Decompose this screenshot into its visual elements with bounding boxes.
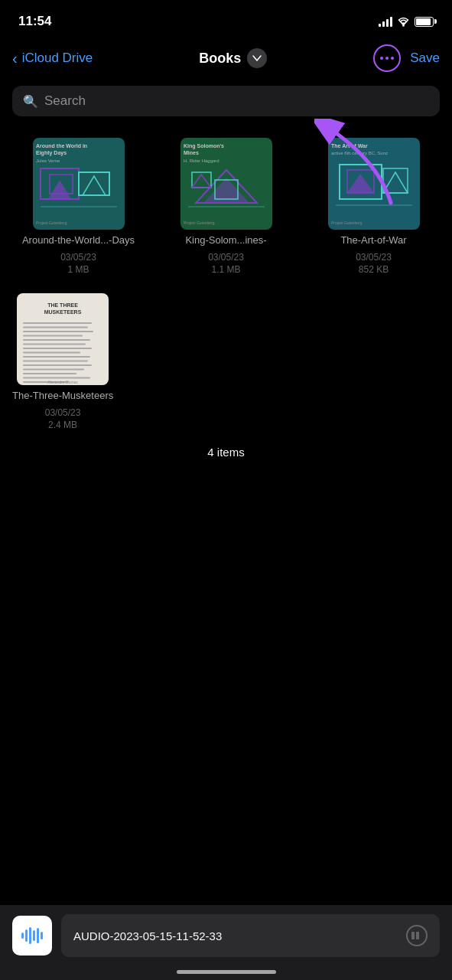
svg-point-2 — [385, 57, 389, 60]
title-dropdown-button[interactable] — [247, 48, 267, 68]
svg-rect-41 — [23, 326, 88, 328]
svg-point-0 — [402, 24, 405, 27]
wifi-icon — [397, 17, 410, 27]
file-thumbnail-tm: THE THREE MUSKETEERS Alexandre Dumas — [17, 293, 109, 385]
files-single-row: THE THREE MUSKETEERS Alexandre Dumas The… — [0, 293, 452, 430]
file-item-tm[interactable]: THE THREE MUSKETEERS Alexandre Dumas The… — [12, 293, 113, 430]
svg-rect-42 — [23, 331, 93, 332]
search-bar[interactable]: 🔍 Search — [12, 86, 440, 116]
svg-text:Alexandre Dumas: Alexandre Dumas — [47, 380, 78, 384]
svg-text:The Art of War: The Art of War — [331, 143, 368, 149]
search-container: 🔍 Search — [0, 81, 452, 126]
ellipsis-icon — [380, 57, 394, 60]
svg-text:active 6th century BC, Sunz: active 6th century BC, Sunz — [331, 151, 388, 155]
file-date-ks: 03/05/23 — [208, 252, 244, 263]
nav-title-text: Books — [199, 51, 241, 67]
file-thumbnail-atw: Around the World in Eighty Days Jules Ve… — [33, 138, 125, 230]
file-name-tm: The-Three-Musketeers — [12, 390, 113, 403]
audio-waveform-icon — [21, 926, 43, 945]
audio-play-button[interactable] — [406, 925, 428, 946]
file-size-atw: 1 MB — [67, 264, 89, 275]
nav-title: Books — [199, 48, 267, 68]
svg-text:Around the World in: Around the World in — [36, 143, 87, 149]
svg-rect-45 — [23, 343, 86, 345]
svg-point-1 — [380, 57, 383, 60]
home-indicator — [177, 970, 276, 974]
file-thumbnail-ks: King Solomon's Mines H. Rider Haggard Pr… — [180, 138, 272, 230]
svg-text:THE THREE: THE THREE — [47, 302, 78, 308]
svg-rect-50 — [23, 364, 92, 366]
svg-point-3 — [391, 57, 394, 60]
file-name-aow: The-Art-of-War — [340, 234, 406, 247]
play-icon — [411, 932, 422, 939]
back-label: iCloud Drive — [22, 51, 93, 66]
file-date-tm: 03/05/23 — [45, 407, 81, 418]
audio-filename-bar[interactable]: AUDIO-2023-05-15-11-52-33 — [61, 914, 440, 957]
svg-rect-44 — [23, 339, 90, 341]
search-placeholder: Search — [44, 93, 86, 109]
svg-text:MUSKETEERS: MUSKETEERS — [44, 309, 82, 315]
file-item-aow[interactable]: The Art of War active 6th century BC, Su… — [307, 138, 440, 275]
nav-bar: ‹ iCloud Drive Books Save — [0, 38, 452, 81]
status-icons — [379, 16, 434, 27]
svg-rect-53 — [23, 377, 90, 378]
audio-thumbnail — [12, 916, 52, 956]
svg-rect-51 — [23, 368, 84, 370]
search-icon: 🔍 — [23, 94, 38, 109]
svg-rect-43 — [23, 335, 83, 336]
status-bar: 11:54 — [0, 0, 452, 38]
svg-rect-46 — [23, 348, 92, 349]
svg-text:King Solomon's: King Solomon's — [184, 143, 224, 149]
svg-text:Eighty Days: Eighty Days — [36, 150, 67, 156]
more-button[interactable] — [373, 44, 401, 72]
file-date-atw: 03/05/23 — [60, 252, 96, 263]
file-size-ks: 1.1 MB — [211, 264, 240, 275]
file-name-atw: Around-the-World...-Days — [22, 234, 135, 247]
status-time: 11:54 — [18, 14, 51, 29]
file-size-tm: 2.4 MB — [48, 420, 77, 430]
audio-filename-text: AUDIO-2023-05-15-11-52-33 — [73, 929, 222, 942]
file-date-aow: 03/05/23 — [356, 252, 392, 263]
file-size-aow: 852 KB — [359, 264, 389, 275]
svg-text:Mines: Mines — [184, 150, 199, 155]
svg-rect-49 — [23, 360, 88, 361]
svg-text:Project Gutenberg: Project Gutenberg — [184, 220, 215, 225]
back-button[interactable]: ‹ iCloud Drive — [12, 50, 93, 67]
svg-rect-40 — [23, 322, 92, 324]
files-grid: Around the World in Eighty Days Jules Ve… — [0, 126, 452, 287]
svg-rect-56 — [411, 932, 415, 939]
svg-rect-47 — [23, 351, 80, 353]
back-chevron-icon: ‹ — [12, 50, 18, 67]
svg-text:H. Rider Haggard: H. Rider Haggard — [184, 158, 219, 163]
file-name-ks: King-Solom...ines- — [185, 234, 266, 247]
svg-text:Project Gutenberg: Project Gutenberg — [331, 220, 363, 225]
svg-rect-57 — [416, 932, 419, 939]
nav-actions: Save — [373, 44, 440, 72]
audio-bar: AUDIO-2023-05-15-11-52-33 — [0, 905, 452, 980]
file-item-atw[interactable]: Around the World in Eighty Days Jules Ve… — [12, 138, 145, 275]
svg-text:Project Gutenberg: Project Gutenberg — [36, 220, 67, 225]
svg-rect-48 — [23, 356, 90, 358]
signal-icon — [379, 16, 392, 27]
svg-rect-52 — [23, 373, 76, 374]
save-button[interactable]: Save — [410, 51, 440, 66]
chevron-down-icon — [252, 55, 262, 61]
file-item-ks[interactable]: King Solomon's Mines H. Rider Haggard Pr… — [160, 138, 292, 275]
items-count: 4 items — [0, 430, 452, 468]
battery-icon — [415, 17, 434, 27]
file-thumbnail-aow: The Art of War active 6th century BC, Su… — [328, 138, 420, 230]
svg-text:Jules Verne: Jules Verne — [36, 158, 60, 163]
